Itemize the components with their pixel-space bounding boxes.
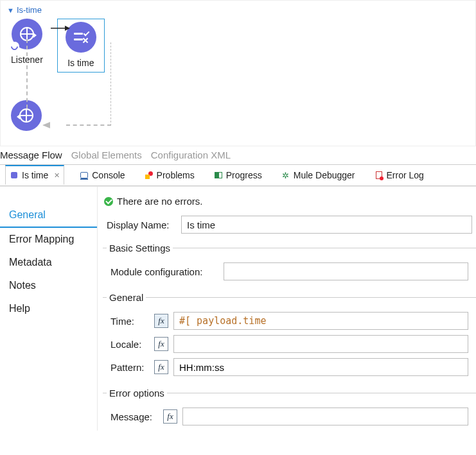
message-input[interactable] [182, 408, 468, 425]
tab-problems[interactable]: Problems [141, 166, 198, 184]
flow-title[interactable]: ▼Is-time [7, 5, 472, 15]
status-bar: There are no errors. [103, 193, 476, 213]
pattern-label: Pattern: [110, 362, 149, 373]
tab-is-time[interactable]: Is time ✕ [5, 165, 64, 185]
flow-canvas: ▼Is-time Listener Is time [0, 0, 476, 146]
tab-label: Console [92, 170, 125, 180]
bug-icon: ✲ [281, 171, 290, 180]
tab-error-log[interactable]: Error Log [371, 166, 428, 184]
error-options-legend: Error options [107, 388, 167, 399]
ok-icon [104, 197, 113, 206]
svg-marker-1 [65, 26, 70, 31]
node-label: Listener [11, 55, 43, 65]
globe-out-icon [11, 100, 42, 131]
problems-icon [145, 171, 153, 179]
general-group: General Time: fx Locale: fx Pattern: fx [103, 292, 476, 381]
display-name-input[interactable] [181, 216, 472, 234]
status-text: There are no errors. [117, 196, 202, 207]
tab-label: Is time [22, 170, 48, 180]
properties-sidebar: General Error Mapping Metadata Notes Hel… [0, 187, 98, 431]
sidebar-item-error-mapping[interactable]: Error Mapping [0, 228, 97, 251]
module-config-label: Module configuration: [110, 266, 218, 277]
tab-console[interactable]: Console [76, 166, 128, 184]
console-icon [80, 172, 88, 178]
validate-icon [66, 22, 96, 53]
connector-arrow [51, 24, 70, 31]
message-label: Message: [110, 411, 158, 422]
globe-in-icon [12, 19, 42, 49]
time-input[interactable] [173, 312, 468, 330]
display-name-label: Display Name: [107, 219, 176, 230]
node-icon [11, 172, 17, 178]
close-icon[interactable]: ✕ [54, 171, 60, 180]
basic-settings-group: Basic Settings Module configuration: [103, 243, 476, 286]
sidebar-item-notes[interactable]: Notes [0, 274, 97, 297]
tab-progress[interactable]: Progress [210, 166, 266, 184]
collapse-toggle-icon[interactable]: ▼ [7, 6, 14, 14]
fx-toggle-icon[interactable]: fx [154, 360, 168, 374]
sidebar-item-metadata[interactable]: Metadata [0, 251, 97, 274]
sidebar-item-help[interactable]: Help [0, 297, 97, 320]
node-label: Is time [67, 58, 94, 68]
tab-label: Progress [226, 170, 262, 180]
properties-main: There are no errors. Display Name: Basic… [98, 187, 476, 431]
dashed-arrow-icon [42, 120, 50, 130]
view-tabs: Is time ✕ Console Problems Progress ✲ Mu… [0, 164, 476, 186]
tab-label: Error Log [387, 170, 424, 180]
basic-settings-legend: Basic Settings [107, 243, 173, 253]
properties-panel: General Error Mapping Metadata Notes Hel… [0, 186, 476, 431]
sidebar-item-general[interactable]: General [0, 203, 97, 228]
locale-label: Locale: [110, 339, 149, 350]
tab-config-xml[interactable]: Configuration XML [151, 150, 231, 160]
editor-tabs: Message Flow Global Elements Configurati… [0, 148, 476, 164]
tab-label: Problems [157, 170, 195, 180]
fx-toggle-icon[interactable]: fx [154, 337, 168, 351]
tab-message-flow[interactable]: Message Flow [0, 150, 62, 160]
tab-mule-debugger[interactable]: ✲ Mule Debugger [278, 166, 359, 184]
tab-global-elements[interactable]: Global Elements [71, 150, 142, 160]
module-config-input[interactable] [224, 262, 468, 280]
fx-toggle-icon[interactable]: fx [163, 409, 177, 424]
general-legend: General [107, 292, 146, 303]
tab-label: Mule Debugger [294, 170, 355, 180]
progress-icon [215, 172, 222, 178]
pattern-input[interactable] [173, 358, 468, 376]
time-label: Time: [110, 316, 149, 327]
locale-input[interactable] [173, 335, 468, 353]
error-log-icon [376, 171, 382, 179]
fx-toggle-icon[interactable]: fx [154, 314, 168, 328]
svg-marker-2 [42, 122, 50, 128]
flow-name: Is-time [17, 5, 42, 15]
display-name-row: Display Name: [103, 213, 476, 236]
node-listener[interactable]: Listener [11, 19, 43, 73]
error-options-group: Error options Message: fx [103, 388, 476, 431]
node-listener-response[interactable] [11, 100, 42, 131]
